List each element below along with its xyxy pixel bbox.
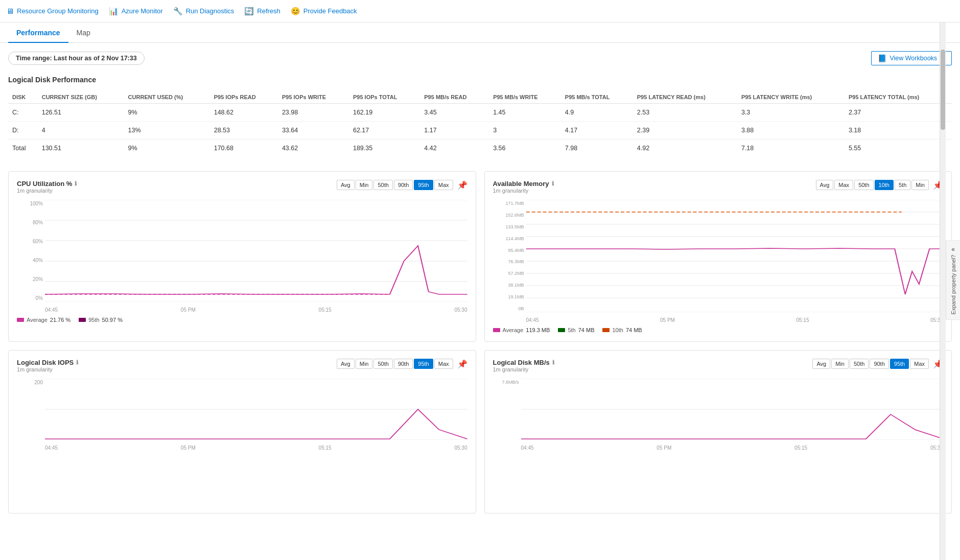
cpu-filter-50th[interactable]: 50th	[373, 180, 392, 190]
memory-filter-5th[interactable]: 5th	[895, 180, 910, 190]
disk-mbps-y-labels: 7.6MB/s	[493, 379, 521, 440]
table-cell: 4.9	[561, 104, 633, 122]
table-cell: 3.18	[845, 122, 952, 139]
nav-refresh[interactable]: 🔄 Refresh	[244, 7, 280, 16]
memory-legend: Average 119.3 MB 5th 74 MB 10th 74 MB	[493, 327, 944, 333]
disk-mbps-filter-max[interactable]: Max	[910, 359, 929, 369]
memory-chart-area: 171.7MB 152.6MB 133.5MB 114.4MB 95.4MB 7…	[493, 200, 944, 312]
memory-chart-header: Available Memory ℹ 1m granularity Avg Ma…	[493, 180, 944, 199]
memory-filter-50th[interactable]: 50th	[854, 180, 873, 190]
memory-filter-max[interactable]: Max	[834, 180, 853, 190]
time-range-row: Time range: Last hour as of 2 Nov 17:33 …	[8, 51, 952, 65]
disk-iops-filter-btns: Avg Min 50th 90th 95th Max	[337, 359, 453, 369]
nav-run-diagnostics[interactable]: 🔧 Run Diagnostics	[173, 7, 235, 16]
cpu-chart-card: CPU Utilization % ℹ 1m granularity Avg M…	[8, 171, 476, 342]
table-cell: 5.55	[845, 139, 952, 157]
tab-performance[interactable]: Performance	[8, 22, 68, 43]
disk-iops-filter-90th[interactable]: 90th	[394, 359, 413, 369]
disk-mbps-filter-50th[interactable]: 50th	[850, 359, 869, 369]
memory-filter-btns: Avg Max 50th 10th 5th Min	[816, 180, 929, 190]
memory-filter-min[interactable]: Min	[911, 180, 929, 190]
disk-iops-chart-inner	[45, 379, 467, 440]
memory-info-icon: ℹ	[552, 180, 554, 187]
nav-resource-group[interactable]: 🖥 Resource Group Monitoring	[6, 7, 99, 15]
memory-chart-inner	[526, 200, 944, 312]
table-cell: 7.98	[561, 139, 633, 157]
nav-azure-monitor[interactable]: 📊 Azure Monitor	[109, 7, 163, 16]
disk-mbps-chart-svg	[521, 379, 944, 440]
disk-mbps-filter-90th[interactable]: 90th	[870, 359, 888, 369]
disk-mbps-filter-avg[interactable]: Avg	[812, 359, 830, 369]
disk-mbps-filter-95th[interactable]: 95th	[890, 359, 909, 369]
disk-iops-y-labels: 200	[17, 379, 45, 440]
disk-iops-chart-title: Logical Disk IOPS ℹ	[17, 359, 78, 366]
table-col-header: CURRENT SIZE (GB)	[38, 91, 124, 104]
table-cell: 3	[489, 122, 561, 139]
table-cell: 3.3	[737, 104, 845, 122]
table-col-header: P95 LATENCY READ (ms)	[633, 91, 737, 104]
disk-iops-filter-50th[interactable]: 50th	[373, 359, 392, 369]
memory-5th-color	[558, 328, 565, 332]
memory-legend-5th: 5th 74 MB	[558, 327, 594, 333]
disk-iops-filter-avg[interactable]: Avg	[337, 359, 355, 369]
expand-property-panel[interactable]: « Expand property panel?	[946, 240, 960, 320]
table-cell: 43.62	[278, 139, 349, 157]
table-cell: 33.64	[278, 122, 349, 139]
memory-filter-avg[interactable]: Avg	[816, 180, 834, 190]
table-cell: 3.45	[420, 104, 489, 122]
table-cell: 3.88	[737, 122, 845, 139]
cpu-95th-color	[79, 318, 86, 322]
table-cell: C:	[8, 104, 38, 122]
table-cell: 126.51	[38, 104, 124, 122]
disk-iops-filter-max[interactable]: Max	[434, 359, 453, 369]
disk-mbps-chart-inner	[521, 379, 944, 440]
table-col-header: P95 MB/s WRITE	[489, 91, 561, 104]
table-cell: Total	[8, 139, 38, 157]
cpu-filter-95th[interactable]: 95th	[414, 180, 433, 190]
cpu-chart-area: 100% 80% 60% 40% 20% 0%	[17, 200, 467, 302]
time-range-button[interactable]: Time range: Last hour as of 2 Nov 17:33	[8, 52, 145, 65]
cpu-legend-95th: 95th 50.97 %	[79, 317, 123, 323]
cpu-legend: Average 21.76 % 95th 50.97 %	[17, 317, 467, 323]
cpu-filter-min[interactable]: Min	[356, 180, 373, 190]
table-cell: 2.53	[633, 104, 737, 122]
memory-granularity: 1m granularity	[493, 188, 554, 194]
cpu-filter-btns: Avg Min 50th 90th 95th Max	[337, 180, 453, 190]
table-cell: 189.35	[349, 139, 420, 157]
cpu-filter-90th[interactable]: 90th	[394, 180, 413, 190]
cpu-filter-avg[interactable]: Avg	[337, 180, 355, 190]
cpu-chart-svg	[45, 200, 467, 302]
cpu-pin-icon[interactable]: 📌	[457, 180, 467, 190]
tab-map[interactable]: Map	[68, 22, 99, 43]
memory-chart-card: Available Memory ℹ 1m granularity Avg Ma…	[484, 171, 952, 342]
disk-iops-chart-card: Logical Disk IOPS ℹ 1m granularity Avg M…	[8, 350, 476, 514]
cpu-chart-inner	[45, 200, 467, 302]
memory-chart-title: Available Memory ℹ	[493, 180, 554, 188]
cpu-y-labels: 100% 80% 60% 40% 20% 0%	[17, 200, 45, 302]
disk-iops-pin-icon[interactable]: 📌	[457, 359, 467, 369]
table-cell: 1.45	[489, 104, 561, 122]
disk-mbps-filter-min[interactable]: Min	[831, 359, 849, 369]
charts-grid: CPU Utilization % ℹ 1m granularity Avg M…	[8, 171, 952, 514]
memory-legend-10th: 10th 74 MB	[602, 327, 642, 333]
disk-iops-chart-area: 200	[17, 379, 467, 440]
disk-mbps-chart-title: Logical Disk MB/s ℹ	[493, 359, 554, 366]
chevron-left-icon: «	[951, 246, 955, 253]
cpu-chart-header: CPU Utilization % ℹ 1m granularity Avg M…	[17, 180, 467, 199]
nav-provide-feedback[interactable]: 😊 Provide Feedback	[291, 7, 357, 16]
run-diagnostics-icon: 🔧	[173, 7, 183, 16]
table-col-header: P95 IOPs TOTAL	[349, 91, 420, 104]
cpu-chart-title: CPU Utilization % ℹ	[17, 180, 77, 188]
workbooks-icon: 📘	[878, 54, 886, 62]
table-col-header: DISK	[8, 91, 38, 104]
disk-mbps-chart-area: 7.6MB/s	[493, 379, 944, 440]
cpu-filter-max[interactable]: Max	[434, 180, 453, 190]
disk-iops-info-icon: ℹ	[76, 359, 78, 366]
table-cell: 4.92	[633, 139, 737, 157]
disk-iops-filter-95th[interactable]: 95th	[414, 359, 433, 369]
cpu-x-labels: 04:45 05 PM 05:15 05:30	[45, 307, 467, 313]
scrollbar[interactable]	[940, 22, 946, 522]
disk-iops-filter-min[interactable]: Min	[356, 359, 373, 369]
memory-filter-10th[interactable]: 10th	[875, 180, 894, 190]
scrollbar-thumb[interactable]	[941, 50, 945, 130]
